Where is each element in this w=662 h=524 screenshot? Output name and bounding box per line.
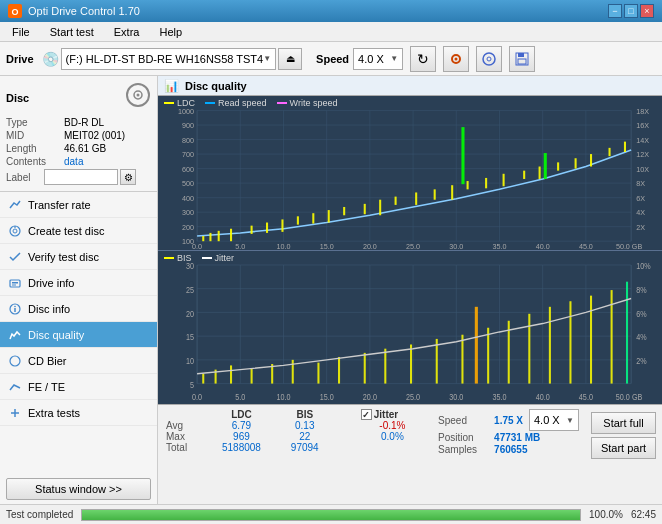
menu-extra[interactable]: Extra: [106, 24, 148, 40]
svg-text:20.0: 20.0: [363, 391, 377, 402]
speed-label: Speed: [316, 53, 349, 65]
svg-rect-7: [518, 53, 524, 57]
settings-button[interactable]: [443, 46, 469, 72]
nav-extra-tests[interactable]: Extra tests: [0, 400, 157, 426]
nav-create-test-disc-label: Create test disc: [28, 225, 104, 237]
legend-jitter: Jitter: [202, 253, 235, 263]
svg-rect-158: [475, 306, 478, 383]
speed-dropdown-val: 4.0 X: [534, 414, 560, 426]
nav-create-test-disc[interactable]: Create test disc: [0, 218, 157, 244]
avg-bis-val: 0.13: [273, 420, 336, 431]
col-jitter-header: ✓ Jitter: [361, 409, 424, 420]
disc-contents-row: Contents data: [6, 156, 151, 167]
svg-text:14X: 14X: [636, 136, 649, 145]
disc-button[interactable]: [476, 46, 502, 72]
disc-title: Disc: [6, 92, 29, 104]
menu-start-test[interactable]: Start test: [42, 24, 102, 40]
svg-point-11: [137, 94, 140, 97]
nav-drive-info[interactable]: Drive info: [0, 270, 157, 296]
start-part-button[interactable]: Start part: [591, 437, 656, 459]
position-info-val: 47731 MB: [494, 432, 540, 443]
svg-text:25.0: 25.0: [406, 242, 420, 249]
eject-button[interactable]: ⏏: [278, 48, 302, 70]
legend-ldc: LDC: [164, 98, 195, 108]
nav-fe-te-label: FE / TE: [28, 381, 65, 393]
drive-select-box[interactable]: (F:) HL-DT-ST BD-RE WH16NS58 TST4 ▼: [61, 48, 277, 70]
transfer-rate-icon: [8, 198, 22, 212]
svg-rect-86: [343, 207, 345, 215]
position-info-label: Position: [438, 432, 488, 443]
speed-select-box[interactable]: 4.0 X ▼: [353, 48, 403, 70]
disc-length-row: Length 46.61 GB: [6, 143, 151, 154]
menubar: File Start test Extra Help: [0, 22, 662, 42]
contents-label: Contents: [6, 156, 64, 167]
col-bis-header: BIS: [273, 409, 336, 420]
nav-drive-info-label: Drive info: [28, 277, 74, 289]
nav-fe-te[interactable]: FE / TE: [0, 374, 157, 400]
svg-text:900: 900: [182, 121, 194, 130]
titlebar: O Opti Drive Control 1.70 − □ ×: [0, 0, 662, 22]
position-row: Position 47731 MB: [438, 432, 579, 443]
menu-file[interactable]: File: [4, 24, 38, 40]
nav-disc-quality[interactable]: Disc quality: [0, 322, 157, 348]
length-value: 46.61 GB: [64, 143, 106, 154]
svg-rect-157: [461, 334, 463, 383]
start-full-button[interactable]: Start full: [591, 412, 656, 434]
label-btn[interactable]: ⚙: [120, 169, 136, 185]
window-controls: − □ ×: [608, 4, 654, 18]
svg-rect-83: [297, 216, 299, 224]
type-value: BD-R DL: [64, 117, 104, 128]
nav-extra-tests-label: Extra tests: [28, 407, 80, 419]
svg-rect-100: [557, 162, 559, 170]
svg-text:700: 700: [182, 150, 194, 159]
svg-point-20: [14, 305, 16, 307]
speed-info-label: Speed: [438, 415, 488, 426]
minimize-button[interactable]: −: [608, 4, 622, 18]
refresh-button[interactable]: ↻: [410, 46, 436, 72]
svg-rect-95: [503, 174, 505, 186]
svg-rect-8: [518, 59, 526, 64]
drive-chevron: ▼: [263, 54, 271, 63]
nav-disc-info[interactable]: Disc info: [0, 296, 157, 322]
maximize-button[interactable]: □: [624, 4, 638, 18]
svg-rect-98: [523, 171, 525, 179]
speed-info-val: 1.75 X: [494, 415, 523, 426]
legend-read-speed: Read speed: [205, 98, 267, 108]
sidebar: Disc Type BD-R DL MID MEIT02 (001) Lengt…: [0, 76, 158, 504]
svg-rect-154: [384, 348, 386, 383]
svg-text:2X: 2X: [636, 223, 645, 232]
save-button[interactable]: [509, 46, 535, 72]
svg-rect-155: [410, 344, 412, 383]
status-window-button[interactable]: Status window >>: [6, 478, 151, 500]
legend-ldc-label: LDC: [177, 98, 195, 108]
svg-rect-16: [12, 282, 18, 284]
nav-disc-quality-label: Disc quality: [28, 329, 84, 341]
legend-bis-label: BIS: [177, 253, 192, 263]
jitter-checkbox[interactable]: ✓: [361, 409, 372, 420]
disc-section: Disc Type BD-R DL MID MEIT02 (001) Lengt…: [0, 76, 157, 192]
titlebar-left: O Opti Drive Control 1.70: [8, 4, 140, 18]
svg-text:25.0: 25.0: [406, 391, 420, 402]
total-ldc-val: 5188008: [210, 442, 273, 453]
svg-text:10%: 10%: [636, 260, 651, 271]
samples-row: Samples 760655: [438, 444, 579, 455]
label-input[interactable]: [44, 169, 118, 185]
cd-bier-icon: [8, 354, 22, 368]
nav-cd-bier[interactable]: CD Bier: [0, 348, 157, 374]
close-button[interactable]: ×: [640, 4, 654, 18]
progress-label: Test completed: [6, 509, 73, 520]
progress-pct: 100.0%: [589, 509, 623, 520]
svg-text:10: 10: [186, 354, 194, 365]
nav-verify-test-disc[interactable]: Verify test disc: [0, 244, 157, 270]
svg-rect-151: [317, 362, 319, 383]
svg-text:4X: 4X: [636, 208, 645, 217]
svg-rect-87: [364, 204, 366, 214]
top-chart-legend: LDC Read speed Write speed: [164, 98, 337, 108]
app-title: Opti Drive Control 1.70: [28, 5, 140, 17]
menu-help[interactable]: Help: [151, 24, 190, 40]
legend-write-speed-label: Write speed: [290, 98, 338, 108]
svg-rect-76: [202, 236, 204, 241]
speed-test-dropdown[interactable]: 4.0 X ▼: [529, 409, 579, 431]
fe-te-icon: [8, 380, 22, 394]
nav-transfer-rate[interactable]: Transfer rate: [0, 192, 157, 218]
